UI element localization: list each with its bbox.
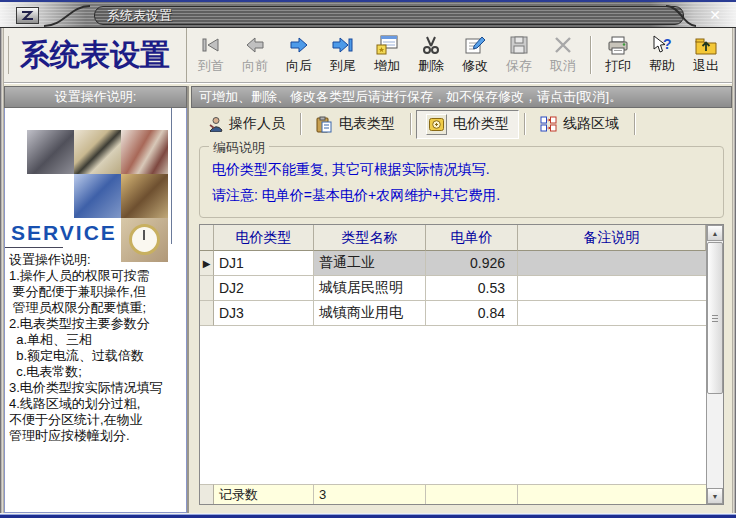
scrollbar-grip bbox=[712, 315, 718, 322]
delete-scissors-icon bbox=[420, 33, 442, 56]
tab-separator bbox=[410, 113, 411, 135]
instruction-line: c.电表常数; bbox=[9, 364, 186, 380]
tab-label: 操作人员 bbox=[229, 115, 285, 133]
instruction-line: a.单相、三相 bbox=[9, 332, 186, 348]
toolbar-button-help[interactable]: ? 帮助 bbox=[640, 28, 684, 82]
table-row[interactable]: ▶ DJ1 普通工业 0.926 bbox=[200, 251, 706, 276]
titlebar-swoosh-right bbox=[664, 4, 698, 31]
window-edge-left bbox=[0, 28, 4, 518]
cell-name[interactable]: 城镇商业用电 bbox=[314, 301, 426, 326]
toolbar-button-next[interactable]: 向后 bbox=[277, 28, 321, 82]
table-row[interactable]: DJ3 城镇商业用电 0.84 bbox=[200, 301, 706, 326]
print-icon bbox=[606, 33, 630, 56]
toolbar-button-modify[interactable]: 修改 bbox=[453, 28, 497, 82]
toolbar-button-save[interactable]: 保存 bbox=[497, 28, 541, 82]
photo-tools bbox=[27, 130, 74, 174]
instruction-line: 不便于分区统计,在物业 bbox=[9, 412, 186, 428]
cell-code[interactable]: DJ3 bbox=[214, 301, 314, 326]
col-header-unit-price[interactable]: 电单价 bbox=[426, 225, 518, 251]
service-logo: SERVICE bbox=[11, 221, 117, 245]
cell-price[interactable]: 0.53 bbox=[426, 276, 518, 301]
cell-code[interactable]: DJ1 bbox=[214, 251, 314, 276]
page-title: 系统表设置 bbox=[4, 28, 187, 82]
row-indicator bbox=[200, 276, 214, 301]
titlebar-swoosh-left bbox=[42, 4, 92, 31]
record-count-value: 3 bbox=[314, 484, 426, 504]
instruction-line: 管理员权限分配要慎重; bbox=[9, 300, 186, 316]
toolbar: 到首 向前 向后 到尾 bbox=[187, 28, 732, 82]
scrollbar-thumb[interactable] bbox=[707, 242, 723, 394]
pocket-watch-icon bbox=[129, 224, 160, 255]
svg-text:?: ? bbox=[663, 36, 672, 52]
toolbar-button-exit[interactable]: 退出 bbox=[684, 28, 728, 82]
instructions-text: 设置操作说明: 1.操作人员的权限可按需 要分配便于兼职操作,但 管理员权限分配… bbox=[9, 252, 186, 444]
modify-edit-icon bbox=[463, 33, 487, 56]
window-edge-right bbox=[732, 28, 736, 518]
footer-empty-cell bbox=[518, 484, 706, 504]
toolbar-button-first[interactable]: 到首 bbox=[189, 28, 233, 82]
line-area-diagram-icon bbox=[540, 116, 557, 132]
system-menu-icon[interactable] bbox=[16, 7, 39, 24]
cell-note[interactable] bbox=[518, 251, 706, 276]
vertical-scrollbar[interactable]: ▲ ▼ bbox=[706, 225, 723, 504]
message-bar: 可增加、删除、修改各类型后请进行保存，如不保存修改，请点击[取消]。 bbox=[191, 86, 732, 108]
table-row[interactable]: DJ2 城镇居民照明 0.53 bbox=[200, 276, 706, 301]
window-title: 系统表设置 bbox=[94, 6, 684, 25]
toolbar-separator bbox=[590, 36, 591, 74]
instruction-line: 设置操作说明: bbox=[9, 252, 186, 268]
tab-label: 线路区域 bbox=[563, 115, 619, 133]
instruction-line: 要分配便于兼职操作,但 bbox=[9, 284, 186, 300]
scroll-down-icon[interactable]: ▼ bbox=[707, 488, 723, 504]
window-edge-bottom bbox=[0, 513, 736, 518]
cell-price[interactable]: 0.926 bbox=[426, 251, 518, 276]
coding-note-groupbox: 编码说明 电价类型不能重复, 其它可根据实际情况填写. 请注意: 电单价=基本电… bbox=[199, 146, 724, 218]
table-footer-row: 记录数 3 bbox=[200, 484, 706, 504]
help-cursor-icon: ? bbox=[650, 33, 674, 56]
go-last-icon bbox=[332, 33, 354, 56]
toolbar-button-add[interactable]: 增加 bbox=[365, 28, 409, 82]
cell-name[interactable]: 普通工业 bbox=[314, 251, 426, 276]
table-empty-area bbox=[200, 326, 706, 484]
instruction-line: 4.线路区域的划分过粗, bbox=[9, 396, 186, 412]
operator-person-icon bbox=[207, 116, 223, 132]
cell-price[interactable]: 0.84 bbox=[426, 301, 518, 326]
toolbar-button-print[interactable]: 打印 bbox=[596, 28, 640, 82]
cell-note[interactable] bbox=[518, 276, 706, 301]
indicator-column-header bbox=[200, 225, 214, 251]
cell-name[interactable]: 城镇居民照明 bbox=[314, 276, 426, 301]
go-next-icon bbox=[288, 33, 310, 56]
col-header-type-name[interactable]: 类型名称 bbox=[314, 225, 426, 251]
scroll-up-icon[interactable]: ▲ bbox=[707, 225, 723, 241]
col-header-note[interactable]: 备注说明 bbox=[518, 225, 706, 251]
sidebar-header: 设置操作说明: bbox=[4, 86, 187, 108]
note-line: 请注意: 电单价=基本电价+农网维护+其它费用. bbox=[212, 182, 711, 208]
tab-meter-type[interactable]: 电表类型 bbox=[306, 111, 405, 137]
toolbar-button-delete[interactable]: 删除 bbox=[409, 28, 453, 82]
groupbox-legend: 编码说明 bbox=[209, 139, 269, 157]
tab-line-area[interactable]: 线路区域 bbox=[530, 111, 629, 137]
main-panel: 可增加、删除、修改各类型后请进行保存，如不保存修改，请点击[取消]。 操作人员 … bbox=[189, 86, 732, 513]
tab-operators[interactable]: 操作人员 bbox=[197, 111, 295, 137]
cell-code[interactable]: DJ2 bbox=[214, 276, 314, 301]
instruction-line: 3.电价类型按实际情况填写 bbox=[9, 380, 186, 396]
col-header-price-type[interactable]: 电价类型 bbox=[214, 225, 314, 251]
cell-note[interactable] bbox=[518, 301, 706, 326]
footer-indicator bbox=[200, 484, 214, 504]
sidebar-content: SERVICE 设置操作说明: 1.操作人员的权限可按需 要分配便于兼职操作,但… bbox=[4, 108, 187, 513]
instruction-line: 1.操作人员的权限可按需 bbox=[9, 268, 186, 284]
row-indicator bbox=[200, 301, 214, 326]
tab-price-type[interactable]: 电价类型 bbox=[416, 110, 519, 139]
go-prev-icon bbox=[244, 33, 266, 56]
exit-folder-icon bbox=[694, 33, 718, 56]
go-first-icon bbox=[200, 33, 222, 56]
toolbar-button-cancel[interactable]: 取消 bbox=[541, 28, 585, 82]
photo-hand bbox=[121, 174, 168, 218]
photo-pen bbox=[74, 130, 121, 174]
toolbar-button-prev[interactable]: 向前 bbox=[233, 28, 277, 82]
close-icon[interactable]: ✕ bbox=[705, 6, 725, 25]
instruction-line: 管理时应按楼幢划分. bbox=[9, 428, 186, 444]
window-body: 设置操作说明: SERVICE 设置操作说明: 1.操作人员的权限可按需 要分配… bbox=[4, 86, 732, 513]
add-record-icon bbox=[375, 33, 399, 56]
toolbar-button-last[interactable]: 到尾 bbox=[321, 28, 365, 82]
decor-vertical-line bbox=[171, 108, 172, 244]
